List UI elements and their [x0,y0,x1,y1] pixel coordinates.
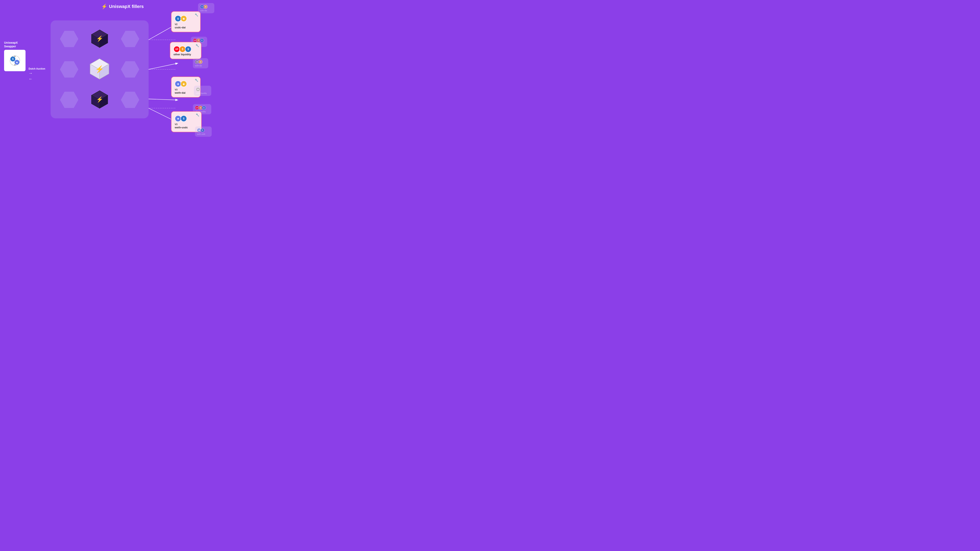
usdc-dai-ghost-label: usdc-dai [200,10,212,12]
right-panel: 🔧 $ ◈ V2 usdc-dai OP ₿ $ AMM 🔧 OP ₿ $ ot… [159,0,245,138]
swapper-label: UniswapXSwapper [4,41,25,48]
lightning-icon: ⚡ [101,4,107,10]
other-liquidity-card-1: 🔧 OP ₿ $ other liquidity [170,42,202,59]
dai-coin-v3: ◈ [180,81,187,87]
svg-text:⚡: ⚡ [96,35,103,42]
usdc-coin-ghost3: $ [202,106,206,110]
hex-placeholder-3 [60,61,78,78]
svg-text:◆: ◆ [16,61,18,64]
page-title: ⚡ UniswapX fillers [101,4,144,10]
usdc-coin-v3: $ [180,115,187,122]
weth-usdc-label: weth-usdc [175,126,198,129]
other-liquidity-label-1: other liquidity [173,53,198,56]
grid-cell-3-2: ⚡ [84,85,115,115]
other-liquidity-ghost-label-2: other liquidity [196,92,209,94]
swapper-card: $ ◆ [4,50,25,71]
grid-cell-2-3 [115,54,145,84]
hex-placeholder-1 [60,31,78,47]
grid-cell-1-2: ⚡ [84,24,115,54]
swapper-coins-svg: $ ◆ [8,54,21,67]
v3-label-dai: V3 [175,88,197,91]
usdc-dai-label: usdc-dai [175,26,197,29]
weth-usdc-ghost-label: weth-usdc [197,133,210,135]
weth-usdc-ghost-card: ◆ $ weth-usdc [195,127,212,137]
dark-cube-bottom: ⚡ [89,90,110,110]
v2-label: V2 [175,23,197,25]
ghost-coin-1: ◉ [196,87,200,91]
dai-coin-ghost2: ◈ [199,60,202,64]
hex-placeholder-4 [121,61,139,78]
grid-cell-1-3 [115,24,145,54]
svg-text:⚡: ⚡ [95,65,104,73]
v3-label-usdc: V3 [175,123,198,125]
other-liquidity-ghost-2: ◉ other liquidity [194,86,211,96]
grid-cell-3-3 [115,85,145,115]
usdc-coin-ghost-br: $ [200,128,205,132]
usdc-coin-ghost: $ [200,38,204,43]
grid-cell-1-1 [54,24,84,54]
dutch-auction-label: Dutch Auction [29,67,45,70]
light-cube-center: ⚡ [88,57,111,81]
swapper-section: UniswapXSwapper $ ◆ [4,41,25,71]
usdc-dai-ghost-card: $ ◈ usdc-dai [198,3,214,13]
usdc-coin-main2: $ [185,46,191,52]
hex-placeholder-6 [121,92,139,108]
bug-icon-4: 🔧 [196,113,199,116]
bug-icon-2: 🔧 [196,44,199,47]
dai-coin-ghost-tr: ◈ [204,5,208,9]
v2-usdc-dai-card: 🔧 $ ◈ V2 usdc-dai [171,11,200,32]
svg-text:⚡: ⚡ [96,96,103,103]
bug-icon-3: 🔧 [195,79,198,82]
grid-cell-2-2: ⚡ [84,54,115,84]
weth-dai-ghost-label: weth-dai [195,65,206,67]
hex-placeholder-5 [60,92,78,108]
grid-cell-2-1 [54,54,84,84]
svg-text:$: $ [12,57,13,60]
weth-dai-label: weth-dai [175,91,197,94]
hex-placeholder-2 [121,31,139,47]
dai-coin-1: ◈ [180,15,187,22]
fillers-grid: ⚡ ⚡ ⚡ [51,21,149,118]
bug-icon-1: 🔧 [195,13,198,16]
weth-dai-ghost-card: ◆ ◈ weth-dai [193,58,208,68]
dark-cube-top: ⚡ [89,29,110,49]
dutch-auction-section: Dutch Auction → ← [29,67,45,81]
grid-cell-3-1 [54,85,84,115]
